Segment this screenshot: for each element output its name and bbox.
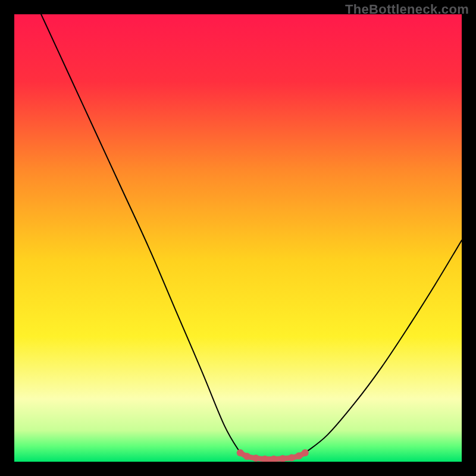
- chart-frame: TheBottleneck.com: [0, 0, 476, 476]
- plot-area: [14, 14, 462, 462]
- valley-marker: [243, 453, 250, 460]
- chart-svg: [14, 14, 462, 462]
- valley-marker: [237, 449, 244, 456]
- valley-marker: [252, 455, 259, 462]
- valley-marker: [295, 452, 302, 459]
- valley-marker: [288, 454, 295, 461]
- gradient-background: [14, 14, 462, 462]
- valley-marker: [302, 449, 309, 456]
